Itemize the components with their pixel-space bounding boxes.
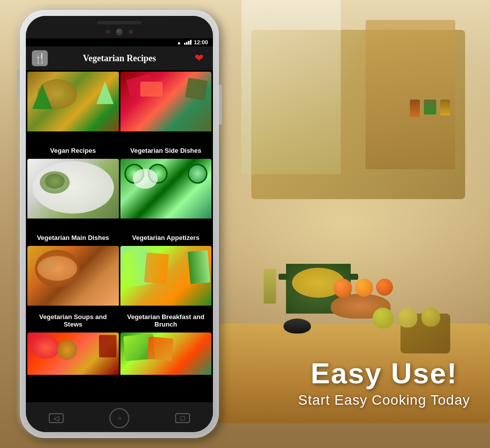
menu-button[interactable]: □ <box>175 413 190 423</box>
back-button[interactable]: ◁ <box>49 413 64 423</box>
phone-mockup: ▲ 12:00 🍴 Vegetarian Recipes ❤ <box>20 10 219 438</box>
signal-bar-2 <box>186 42 188 45</box>
row4b-food-image <box>120 333 212 375</box>
side-dishes-food-image <box>120 72 212 131</box>
phone-outer-body: ▲ 12:00 🍴 Vegetarian Recipes ❤ <box>20 10 219 438</box>
recipe-tile-appetizers[interactable]: Vegetarian Appetizers <box>120 159 212 244</box>
chef-hat-icon: 🍴 <box>34 52 46 64</box>
app-title: Vegetarian Recipes <box>48 53 191 64</box>
status-bar: ▲ 12:00 <box>26 38 213 46</box>
phone-bottom-bezel: ◁ ○ □ <box>26 402 213 432</box>
tagline-section: Easy Use! Start Easy Cooking Today <box>298 356 470 408</box>
phone-screen: ▲ 12:00 🍴 Vegetarian Recipes ❤ <box>26 16 213 432</box>
vegan-food-image <box>27 72 119 131</box>
wifi-status-icon: ▲ <box>177 40 182 45</box>
recipe-tile-breakfast[interactable]: Vegetarian Breakfast and Brunch <box>120 246 212 332</box>
signal-bar-3 <box>188 41 190 45</box>
soups-label: Vegetarian Soups and Stews <box>27 310 119 331</box>
signal-bar-1 <box>184 43 186 45</box>
app-header: 🍴 Vegetarian Recipes ❤ <box>26 46 213 70</box>
time-display: 12:00 <box>194 39 208 45</box>
appetizers-label: Vegetarian Appetizers <box>120 231 212 244</box>
sensor-dot <box>106 30 110 34</box>
recipe-tile-main-dishes[interactable]: Vegetarian Main Dishes <box>27 159 119 244</box>
sensor-dot-2 <box>129 30 133 34</box>
heart-icon[interactable]: ❤ <box>191 50 207 66</box>
soups-food-image <box>27 246 119 306</box>
signal-bar-4 <box>190 40 192 45</box>
tagline-sub: Start Easy Cooking Today <box>298 392 470 408</box>
breakfast-label: Vegetarian Breakfast and Brunch <box>120 310 212 331</box>
tagline-main: Easy Use! <box>298 356 470 390</box>
camera-area <box>106 28 133 35</box>
recipe-tile-row4a[interactable] <box>27 333 119 401</box>
main-dishes-food-image <box>27 159 119 219</box>
recipe-tile-vegan[interactable]: Vegan Recipes <box>27 72 119 157</box>
camera-lens <box>116 28 123 35</box>
recipe-tile-side-dishes[interactable]: Vegetarian Side Dishes <box>120 72 212 157</box>
vegan-label: Vegan Recipes <box>27 144 119 157</box>
breakfast-food-image <box>120 246 212 306</box>
speaker-grille <box>97 21 142 24</box>
side-dishes-label: Vegetarian Side Dishes <box>120 144 212 157</box>
recipe-grid: Vegan Recipes Vegetarian Side Dishes <box>26 70 213 402</box>
app-logo: 🍴 <box>32 50 48 66</box>
recipe-tile-soups[interactable]: Vegetarian Soups and Stews <box>27 246 119 332</box>
row4a-food-image <box>27 333 119 375</box>
home-button[interactable]: ○ <box>109 408 129 428</box>
phone-top-bezel <box>26 16 213 38</box>
main-dishes-label: Vegetarian Main Dishes <box>27 231 119 244</box>
recipe-tile-row4b[interactable] <box>120 333 212 401</box>
signal-bars <box>184 40 192 45</box>
appetizers-food-image <box>120 159 212 219</box>
